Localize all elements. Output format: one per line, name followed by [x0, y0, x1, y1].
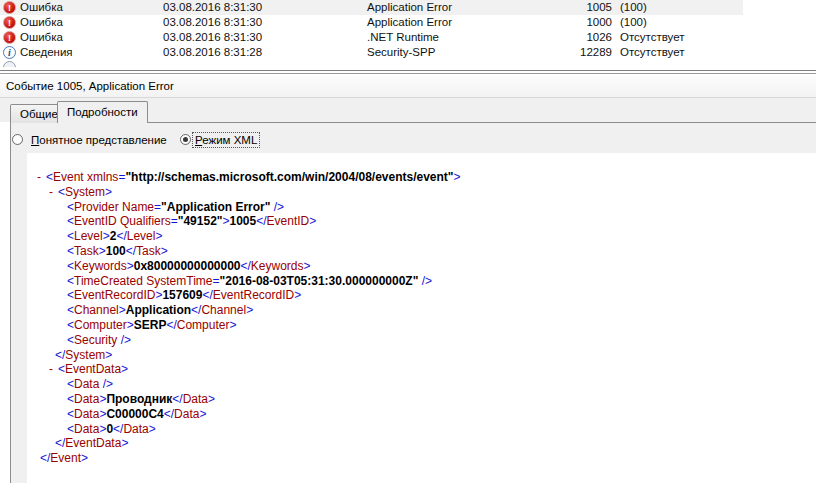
xml-token: = [154, 200, 161, 214]
xml-token: > [103, 229, 110, 243]
xml-line: <Computer>SERP</Computer> [27, 318, 816, 333]
radio-friendly-view-label[interactable]: Понятное представление [28, 132, 170, 148]
xml-token: /> [117, 333, 131, 347]
xml-token: < [67, 377, 74, 391]
xml-token: > [294, 288, 301, 302]
collapse-toggle[interactable]: - [37, 170, 41, 184]
xml-token: Name [119, 200, 154, 214]
xml-token: SystemTime [143, 274, 213, 288]
task-category-cell: (100) [620, 15, 647, 30]
xml-token: > [105, 348, 112, 362]
radio-friendly-view[interactable] [12, 134, 23, 145]
xml-token: > [121, 436, 128, 450]
event-row[interactable]: !Ошибка03.08.2016 8:31:30Application Err… [0, 15, 816, 30]
xml-token: </ [55, 436, 65, 450]
source-cell: Application Error [367, 0, 452, 15]
xml-token: Channel [201, 303, 246, 317]
xml-token: 1005 [230, 214, 257, 228]
event-title: Событие 1005, Application Error [6, 80, 174, 92]
event-row[interactable]: !Ошибка03.08.2016 8:31:30.NET Runtime102… [0, 30, 816, 45]
info-icon: i [3, 46, 16, 59]
xml-line: </Event> [27, 451, 816, 466]
xml-token: Provider [74, 200, 119, 214]
xml-token: EventData [65, 362, 121, 376]
xml-token: 100 [106, 244, 126, 258]
xml-token: < [67, 333, 74, 347]
radio-xml-view-label[interactable]: Режим XML [192, 132, 260, 148]
event-row[interactable]: iСведения03.08.2016 8:31:28Security-SPP1… [0, 45, 816, 60]
date-cell: 03.08.2016 8:31:28 [163, 45, 262, 60]
xml-token: > [161, 244, 168, 258]
xml-token: xmlns [84, 170, 119, 184]
xml-token: 0x80000000000000 [134, 259, 241, 273]
xml-token: < [67, 288, 74, 302]
task-category-cell: Отсутствует [620, 45, 685, 60]
xml-token: Data [74, 377, 99, 391]
xml-token: "http://schemas.microsoft.com/win/2004/0… [125, 170, 453, 184]
xml-token: </ [113, 422, 123, 436]
xml-token: </ [166, 318, 176, 332]
xml-token: </ [126, 244, 136, 258]
xml-token: < [67, 318, 74, 332]
event-id-cell: 12289 [540, 45, 612, 60]
xml-line: <Data>C00000C4</Data> [27, 407, 816, 422]
xml-line: <EventID Qualifiers="49152">1005</EventI… [27, 214, 816, 229]
pane-splitter[interactable] [0, 67, 816, 76]
date-cell: 03.08.2016 8:31:30 [163, 0, 262, 15]
xml-token: > [155, 229, 162, 243]
xml-token: Data [74, 407, 99, 421]
xml-view[interactable]: -<Event xmlns="http://schemas.microsoft.… [27, 153, 816, 483]
xml-line: </EventData> [27, 436, 816, 451]
xml-token: </ [172, 392, 182, 406]
xml-token: Application [126, 303, 191, 317]
task-category-cell: Отсутствует [620, 30, 685, 45]
xml-token: /> [99, 377, 113, 391]
xml-line: <EventRecordID>157609</EventRecordID> [27, 288, 816, 303]
xml-line: <Data /> [27, 377, 816, 392]
xml-token: < [67, 244, 74, 258]
event-id-cell: 1026 [540, 30, 612, 45]
xml-line: <Level>2</Level> [27, 229, 816, 244]
xml-token: Level [74, 229, 103, 243]
xml-token: > [105, 185, 112, 199]
xml-token: Computer [177, 318, 230, 332]
xml-token: </ [241, 259, 251, 273]
xml-token: = [213, 274, 220, 288]
xml-line: <Channel>Application</Channel> [27, 303, 816, 318]
xml-token: </ [191, 303, 201, 317]
event-id-cell: 1005 [540, 0, 612, 15]
xml-line: <Data>0</Data> [27, 422, 816, 437]
xml-token: </ [164, 407, 174, 421]
tab-details[interactable]: Подробности [57, 101, 148, 123]
xml-token: </ [202, 288, 212, 302]
xml-line: <Keywords>0x80000000000000</Keywords> [27, 259, 816, 274]
xml-line: <Provider Name="Application Error" /> [27, 200, 816, 215]
xml-token: Computer [74, 318, 127, 332]
xml-line: </System> [27, 348, 816, 363]
xml-line: -<EventData> [27, 362, 816, 377]
xml-token: > [119, 303, 126, 317]
collapse-toggle[interactable]: - [49, 185, 53, 199]
date-cell: 03.08.2016 8:31:30 [163, 15, 262, 30]
xml-token: System [65, 185, 105, 199]
xml-token: > [127, 318, 134, 332]
xml-token: Qualifiers [117, 214, 171, 228]
xml-token: < [67, 200, 74, 214]
level-cell: Ошибка [20, 15, 63, 30]
radio-xml-view[interactable] [180, 134, 191, 145]
tab-strip: ОбщиеПодробности [0, 98, 816, 122]
xml-token: < [46, 170, 53, 184]
xml-token: > [199, 407, 206, 421]
xml-token: EventID [74, 214, 117, 228]
xml-token: < [67, 229, 74, 243]
date-cell: 03.08.2016 8:31:30 [163, 30, 262, 45]
event-row[interactable]: !Ошибка03.08.2016 8:31:30Application Err… [0, 0, 816, 15]
collapse-toggle[interactable]: - [49, 362, 53, 376]
level-cell: Ошибка [20, 0, 63, 15]
xml-token: < [67, 274, 74, 288]
xml-token: > [229, 318, 236, 332]
xml-token: > [127, 259, 134, 273]
xml-token: Data [74, 392, 99, 406]
xml-token: EventRecordID [213, 288, 294, 302]
xml-token: </ [40, 451, 50, 465]
